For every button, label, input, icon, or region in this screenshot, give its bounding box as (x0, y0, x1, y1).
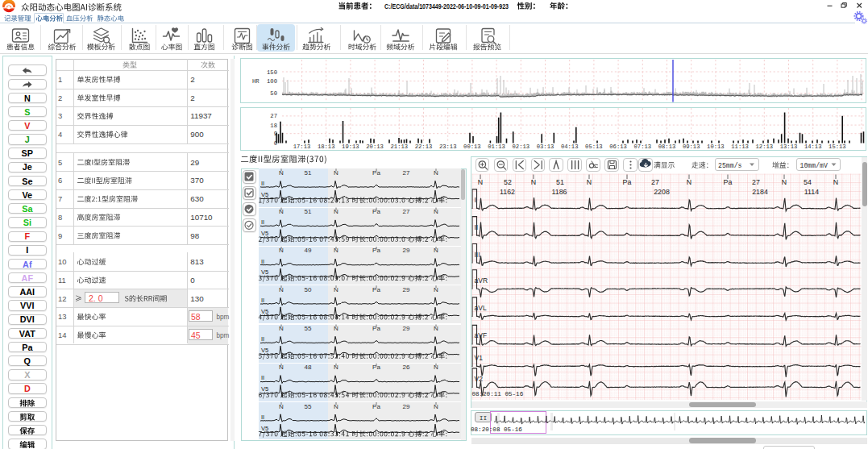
svg-text:C:/ECG/data/1073449-2022-06-10: C:/ECG/data/1073449-2022-06-10-09-01-09-… (384, 2, 509, 10)
